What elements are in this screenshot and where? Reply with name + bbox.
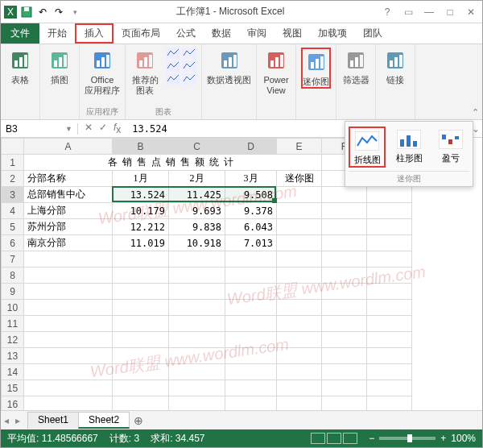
chart-type-mini-icon[interactable] — [166, 48, 180, 59]
maximize-icon[interactable]: □ — [442, 6, 458, 18]
cell-F5[interactable] — [322, 219, 367, 235]
new-sheet-button[interactable]: ⊕ — [130, 414, 147, 427]
cell-C7[interactable] — [169, 251, 225, 268]
chart-type-mini-icon[interactable] — [182, 48, 196, 59]
save-icon[interactable] — [20, 6, 33, 19]
cell-G15[interactable] — [367, 380, 412, 396]
cell-A3[interactable]: 总部销售中心 — [24, 187, 113, 203]
power-button[interactable]: PowerView — [262, 48, 291, 96]
ribbon-collapse-icon[interactable]: ⌃ — [472, 107, 479, 118]
fx-icon[interactable]: fx — [114, 122, 121, 135]
cell-A12[interactable] — [24, 332, 113, 348]
cell-E15[interactable] — [277, 380, 322, 396]
cell-F15[interactable] — [322, 380, 367, 396]
slicer-button[interactable]: 筛选器 — [341, 48, 370, 85]
cell-E16[interactable] — [277, 396, 322, 411]
cell-B7[interactable] — [113, 251, 169, 268]
cell-A5[interactable]: 苏州分部 — [24, 219, 113, 235]
cell-G5[interactable] — [367, 219, 412, 235]
cell-C16[interactable] — [169, 396, 225, 411]
cell-B13[interactable] — [113, 348, 169, 364]
cell-D11[interactable] — [225, 316, 277, 332]
col-header-A[interactable]: A — [24, 139, 113, 155]
undo-icon[interactable]: ↶ — [36, 6, 49, 19]
cell-E9[interactable] — [277, 284, 322, 300]
cell-B14[interactable] — [113, 364, 169, 380]
zoom-out-icon[interactable]: − — [369, 433, 374, 444]
cell-D4[interactable]: 9.378 — [225, 203, 277, 219]
cell-A1[interactable]: 各销售点销售额统计 — [24, 155, 322, 171]
spark-col-button[interactable]: 柱形图 — [390, 127, 427, 168]
cell-A16[interactable] — [24, 396, 113, 411]
cell-A9[interactable] — [24, 284, 113, 300]
menu-tab-加载项[interactable]: 加载项 — [310, 23, 355, 44]
help-icon[interactable]: ? — [379, 6, 395, 18]
cell-E2[interactable]: 迷你图 — [277, 171, 322, 187]
table-button[interactable]: 表格 — [6, 48, 35, 85]
cell-B4[interactable]: 10.179 — [113, 203, 169, 219]
cell-A7[interactable] — [24, 251, 113, 268]
cell-B12[interactable] — [113, 332, 169, 348]
sheet-nav-first-icon[interactable]: ◂ — [1, 415, 12, 426]
cell-C10[interactable] — [169, 300, 225, 316]
cell-B6[interactable]: 11.019 — [113, 235, 169, 251]
cell-G11[interactable] — [367, 316, 412, 332]
menu-tab-审阅[interactable]: 审阅 — [239, 23, 275, 44]
cell-A13[interactable] — [24, 348, 113, 364]
spark-line-button[interactable]: 折线图 — [349, 127, 386, 168]
row-header-1[interactable]: 1 — [2, 155, 24, 171]
cell-F11[interactable] — [322, 316, 367, 332]
cell-F9[interactable] — [322, 284, 367, 300]
cell-D16[interactable] — [225, 396, 277, 411]
cell-G7[interactable] — [367, 251, 412, 268]
cell-C6[interactable]: 10.918 — [169, 235, 225, 251]
row-header-13[interactable]: 13 — [2, 348, 24, 364]
cell-C8[interactable] — [169, 268, 225, 284]
zoom-control[interactable]: − + 100% — [369, 433, 476, 444]
cell-G14[interactable] — [367, 364, 412, 380]
cell-C14[interactable] — [169, 364, 225, 380]
menu-tab-开始[interactable]: 开始 — [39, 23, 75, 44]
cell-B9[interactable] — [113, 284, 169, 300]
view-buttons[interactable] — [311, 433, 357, 444]
sheet-nav-last-icon[interactable]: ▸ — [12, 415, 23, 426]
cell-E10[interactable] — [277, 300, 322, 316]
cell-E11[interactable] — [277, 316, 322, 332]
menu-tab-视图[interactable]: 视图 — [275, 23, 310, 44]
link-button[interactable]: 链接 — [381, 48, 410, 85]
cell-D3[interactable]: 9.508 — [225, 187, 277, 203]
cell-D7[interactable] — [225, 251, 277, 268]
cell-B10[interactable] — [113, 300, 169, 316]
cell-F3[interactable] — [322, 187, 367, 203]
cell-F8[interactable] — [322, 268, 367, 284]
cell-B8[interactable] — [113, 268, 169, 284]
cell-E8[interactable] — [277, 268, 322, 284]
cell-F12[interactable] — [322, 332, 367, 348]
cell-D13[interactable] — [225, 348, 277, 364]
cell-F6[interactable] — [322, 235, 367, 251]
row-header-11[interactable]: 11 — [2, 316, 24, 332]
redo-icon[interactable]: ↷ — [52, 6, 65, 19]
cell-A14[interactable] — [24, 364, 113, 380]
chart-type-mini-icon[interactable] — [182, 73, 196, 85]
cell-G3[interactable] — [367, 187, 412, 203]
cell-B11[interactable] — [113, 316, 169, 332]
cell-F7[interactable] — [322, 251, 367, 268]
select-all-corner[interactable] — [2, 139, 24, 155]
chevron-down-icon[interactable]: ▼ — [65, 125, 72, 133]
row-header-6[interactable]: 6 — [2, 235, 24, 251]
ribbon-display-icon[interactable]: ▭ — [400, 6, 416, 18]
row-header-16[interactable]: 16 — [2, 396, 24, 411]
col-header-E[interactable]: E — [277, 139, 322, 155]
cell-G13[interactable] — [367, 348, 412, 364]
cell-E6[interactable] — [277, 235, 322, 251]
cell-G8[interactable] — [367, 268, 412, 284]
row-header-4[interactable]: 4 — [2, 203, 24, 219]
cell-A10[interactable] — [24, 300, 113, 316]
cell-F10[interactable] — [322, 300, 367, 316]
cell-C11[interactable] — [169, 316, 225, 332]
sheet-tab-Sheet2[interactable]: Sheet2 — [78, 412, 130, 429]
cell-F13[interactable] — [322, 348, 367, 364]
cell-A11[interactable] — [24, 316, 113, 332]
cell-D2[interactable]: 3月 — [225, 171, 277, 187]
